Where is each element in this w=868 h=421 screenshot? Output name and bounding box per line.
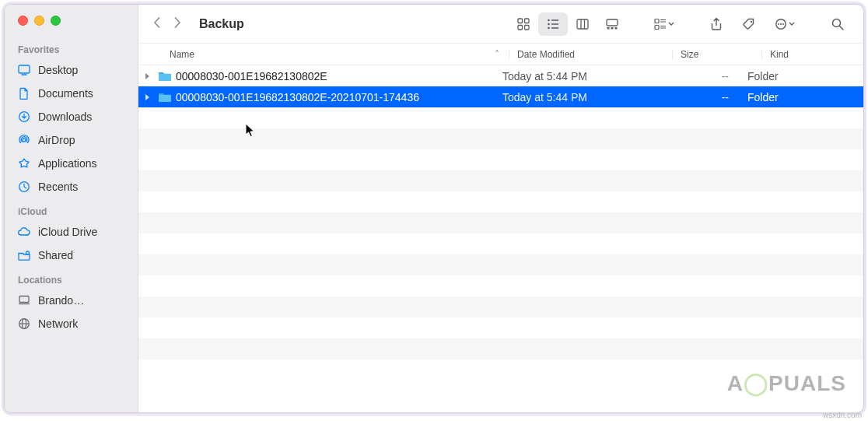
svg-rect-21 (577, 19, 588, 29)
sidebar-section-icloud: iCloud (5, 198, 138, 220)
sidebar: Favorites Desktop Documents Downloads Ai… (5, 5, 138, 412)
sidebar-item-airdrop[interactable]: AirDrop (5, 128, 138, 152)
recents-icon (16, 181, 32, 193)
column-header: Name˄ Date Modified Size Kind (138, 44, 863, 65)
sort-indicator-icon: ˄ (495, 49, 499, 60)
sidebar-item-desktop[interactable]: Desktop (5, 58, 138, 82)
sidebar-item-label: Documents (38, 87, 93, 100)
watermark: A◯PUALS (727, 370, 846, 396)
disclosure-triangle-icon[interactable] (142, 70, 154, 82)
sidebar-item-label: Applications (38, 157, 97, 170)
file-kind: Folder (740, 70, 863, 82)
svg-rect-0 (19, 65, 30, 73)
sidebar-item-label: Recents (38, 181, 78, 193)
folder-icon (157, 71, 173, 82)
file-size: -- (658, 70, 740, 82)
device-icon (16, 294, 32, 307)
sidebar-item-label: AirDrop (38, 134, 75, 146)
sidebar-item-icloud-drive[interactable]: iCloud Drive (5, 220, 138, 244)
main-pane: Backup Name˄ Date Modified Size Kind (138, 5, 863, 412)
svg-point-5 (26, 251, 30, 254)
column-size[interactable]: Size (672, 49, 761, 60)
svg-rect-24 (607, 19, 618, 26)
view-mode-group (509, 12, 642, 36)
file-name: 00008030-001E19682130802E-20210701-17443… (176, 91, 495, 103)
column-view-button[interactable] (568, 12, 597, 36)
svg-rect-14 (525, 25, 530, 30)
cloud-icon (16, 226, 32, 238)
doc-icon (16, 87, 32, 100)
tags-button[interactable] (734, 12, 764, 36)
file-date: Today at 5:44 PM (495, 70, 658, 82)
table-row[interactable]: 00008030-001E19682130802E Today at 5:44 … (138, 65, 863, 86)
source-text: wsxdn.com (823, 411, 862, 419)
svg-rect-25 (607, 27, 610, 30)
svg-point-36 (778, 23, 779, 25)
window-title: Backup (193, 17, 244, 31)
file-kind: Folder (740, 91, 863, 103)
forward-button[interactable] (173, 16, 182, 32)
file-name: 00008030-001E19682130802E (176, 70, 495, 82)
disclosure-triangle-icon[interactable] (142, 91, 154, 103)
sidebar-item-network[interactable]: Network (5, 312, 138, 335)
svg-point-37 (780, 23, 782, 25)
action-menu-button[interactable] (767, 12, 804, 36)
search-button[interactable] (823, 12, 852, 36)
sidebar-item-documents[interactable]: Documents (5, 82, 138, 105)
svg-point-3 (23, 139, 26, 142)
maximize-button[interactable] (51, 16, 61, 26)
sidebar-item-applications[interactable]: Applications (5, 152, 138, 175)
network-icon (16, 318, 32, 330)
svg-point-17 (548, 23, 550, 25)
svg-point-38 (782, 23, 784, 25)
svg-rect-11 (518, 19, 523, 23)
svg-point-34 (751, 20, 752, 22)
close-button[interactable] (18, 16, 28, 26)
sidebar-item-label: Shared (38, 249, 73, 261)
file-size: -- (658, 91, 740, 103)
svg-rect-27 (615, 27, 618, 30)
svg-line-40 (840, 26, 844, 30)
share-button[interactable] (702, 12, 731, 36)
desktop-icon (16, 64, 32, 76)
toolbar: Backup (138, 5, 863, 44)
nav-arrows (145, 16, 190, 32)
sidebar-item-label: Desktop (38, 64, 78, 76)
svg-point-19 (548, 26, 550, 29)
file-date: Today at 5:44 PM (495, 91, 658, 103)
group-by-button[interactable] (646, 12, 683, 36)
shared-icon (16, 249, 32, 261)
svg-rect-6 (19, 296, 29, 303)
sidebar-item-device[interactable]: Brando… (5, 289, 138, 312)
sidebar-item-label: iCloud Drive (38, 226, 97, 238)
sidebar-item-label: Downloads (38, 111, 92, 123)
table-row[interactable]: 00008030-001E19682130802E-20210701-17443… (138, 86, 863, 107)
list-view-button[interactable] (538, 12, 568, 36)
svg-rect-29 (655, 25, 659, 29)
airdrop-icon (16, 134, 32, 146)
folder-icon (157, 92, 173, 103)
column-name[interactable]: Name˄ (170, 49, 509, 60)
back-button[interactable] (152, 16, 162, 32)
traffic-lights (5, 12, 138, 37)
sidebar-section-favorites: Favorites (5, 37, 138, 58)
gallery-view-button[interactable] (597, 12, 627, 36)
sidebar-item-downloads[interactable]: Downloads (5, 105, 138, 128)
sidebar-item-shared[interactable]: Shared (5, 244, 138, 267)
svg-rect-13 (518, 25, 523, 30)
finder-window: Favorites Desktop Documents Downloads Ai… (4, 4, 864, 413)
minimize-button[interactable] (34, 16, 44, 26)
svg-point-15 (548, 19, 550, 21)
apps-icon (16, 157, 32, 170)
file-list: 00008030-001E19682130802E Today at 5:44 … (138, 65, 863, 412)
column-kind[interactable]: Kind (761, 49, 863, 60)
sidebar-item-recents[interactable]: Recents (5, 175, 138, 198)
column-date-modified[interactable]: Date Modified (509, 49, 672, 60)
sidebar-item-label: Network (38, 318, 78, 330)
svg-rect-26 (611, 27, 614, 30)
sidebar-item-label: Brando… (38, 294, 84, 307)
sidebar-section-locations: Locations (5, 267, 138, 289)
icon-view-button[interactable] (509, 12, 538, 36)
svg-rect-28 (655, 19, 659, 23)
download-icon (16, 111, 32, 123)
